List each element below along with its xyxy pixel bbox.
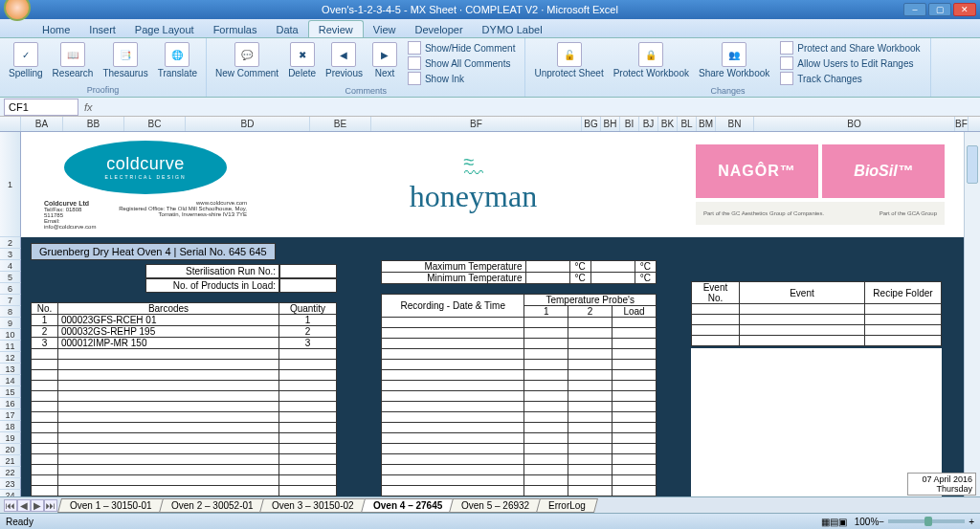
previous-button[interactable]: ◀Previous [323, 40, 366, 86]
unprotect-sheet-button[interactable]: 🔓Unprotect Sheet [531, 40, 606, 86]
sheet-tab[interactable]: Oven 2 – 30052-01 [159, 498, 266, 513]
ribbon: ✓Spelling 📖Research 📑Thesaurus 🌐Translat… [0, 38, 980, 98]
group-changes: Changes [710, 86, 745, 96]
view-layout-icon[interactable]: ▤ [830, 517, 838, 527]
biosil-logo: BioSil™ [822, 144, 945, 198]
new-comment-button[interactable]: 💬New Comment [212, 40, 281, 86]
tab-data[interactable]: Data [266, 21, 307, 37]
table-row [382, 475, 657, 486]
table-row [32, 423, 337, 433]
table-row [32, 433, 337, 444]
table-row [382, 349, 657, 360]
show-hide-comment[interactable]: Show/Hide Comment [404, 40, 519, 55]
fx-icon[interactable]: fx [78, 101, 99, 113]
table-row [32, 444, 337, 454]
spelling-button[interactable]: ✓Spelling [6, 40, 46, 80]
table-row [32, 486, 337, 496]
tab-nav-prev[interactable]: ◀ [17, 499, 31, 512]
table-row [382, 423, 657, 433]
share-workbook-button[interactable]: 👥Share Workbook [696, 40, 772, 86]
table-row [382, 433, 657, 444]
table-row[interactable]: 2000032GS-REHP 1952 [32, 326, 337, 338]
status-ready: Ready [6, 517, 33, 527]
sheet-tab[interactable]: Oven 5 – 26932 [449, 498, 542, 513]
tab-page-layout[interactable]: Page Layout [125, 21, 204, 37]
thesaurus-button[interactable]: 📑Thesaurus [100, 40, 150, 80]
tab-developer[interactable]: Developer [405, 21, 472, 37]
show-all-comments[interactable]: Show All Comments [404, 55, 519, 71]
view-normal-icon[interactable]: ▦ [821, 517, 830, 527]
tab-insert[interactable]: Insert [79, 21, 125, 37]
tab-formulas[interactable]: Formulas [204, 21, 267, 37]
ster-run-value[interactable] [279, 264, 337, 278]
tab-nav-next[interactable]: ▶ [31, 499, 44, 512]
table-row [382, 402, 657, 412]
table-row [382, 465, 657, 475]
window-title: Oven's-1-2-3-4-5 - MX Sheet · COMPLEAT V… [322, 4, 618, 15]
sheet-tab[interactable]: ErrorLog [536, 498, 598, 513]
table-row [32, 402, 337, 412]
next-button[interactable]: ▶Next [369, 40, 400, 86]
sheet-tab[interactable]: Oven 1 – 30150-01 [57, 498, 165, 513]
table-row [382, 486, 657, 496]
table-row [382, 391, 657, 402]
table-row [382, 370, 657, 381]
table-row[interactable]: 1000023GFS-RCEH 011 [32, 315, 337, 326]
coldcurve-logo: coldcurve ELECTRICAL DESIGN Coldcurve Lt… [40, 141, 251, 230]
table-row[interactable]: 3000012IMP-MR 1503 [32, 338, 337, 349]
row-headers: 1234567891011121314151617181920212223242… [0, 132, 21, 513]
office-button[interactable] [4, 0, 31, 21]
table-row [382, 328, 657, 339]
tab-nav-last[interactable]: ⏭ [44, 499, 57, 512]
form-area: Gruenberg Dry Heat Oven 4 | Serial No. 6… [21, 237, 964, 513]
tab-nav-first[interactable]: ⏮ [4, 499, 17, 512]
zoom-level[interactable]: 100% [855, 517, 880, 527]
tab-dymo[interactable]: DYMO Label [473, 21, 552, 37]
recording-table: Recording - Date & TimeTemperature Probe… [381, 294, 657, 513]
delete-button[interactable]: ✖Delete [285, 40, 319, 86]
sheet-tab[interactable]: Oven 3 – 30150-02 [259, 498, 367, 513]
tab-review[interactable]: Review [308, 20, 364, 37]
translate-button[interactable]: 🌐Translate [155, 40, 200, 80]
table-row [32, 391, 337, 402]
maximize-button[interactable]: ▢ [928, 3, 951, 16]
minimize-button[interactable]: – [903, 3, 926, 16]
table-row [32, 412, 337, 423]
close-button[interactable]: ✕ [953, 3, 976, 16]
worksheet[interactable]: BA BB BC BD BE BF BG BH BI BJ BK BL BM B… [0, 117, 980, 513]
table-row [32, 360, 337, 370]
table-row [692, 315, 942, 325]
sheet-tabs: ⏮ ◀ ▶ ⏭ Oven 1 – 30150-01 Oven 2 – 30052… [0, 496, 980, 513]
table-row [382, 318, 657, 328]
zoom-slider[interactable] [888, 519, 965, 523]
sheet-tab[interactable]: Oven 4 – 27645 [361, 498, 455, 513]
protect-workbook-button[interactable]: 🔒Protect Workbook [611, 40, 692, 86]
table-row [692, 336, 942, 346]
honeyman-logo: ≈〰 honeyman [270, 156, 677, 214]
nagor-logo: NAGÔR™ [696, 144, 818, 198]
protect-share-workbook[interactable]: Protect and Share Workbook [776, 40, 924, 55]
allow-edit-ranges[interactable]: Allow Users to Edit Ranges [776, 55, 924, 71]
tab-view[interactable]: View [364, 21, 406, 37]
prod-load-value[interactable] [279, 278, 337, 293]
group-proofing: Proofing [87, 85, 120, 95]
view-break-icon[interactable]: ▣ [838, 517, 847, 527]
track-changes[interactable]: Track Changes [776, 71, 924, 86]
zoom-in[interactable]: + [969, 517, 974, 527]
formula-bar: fx [0, 98, 980, 117]
table-row [32, 381, 337, 391]
table-row [32, 454, 337, 465]
tab-home[interactable]: Home [33, 21, 79, 37]
show-ink[interactable]: Show Ink [404, 71, 519, 86]
vertical-scrollbar[interactable] [964, 132, 980, 496]
zoom-out[interactable]: − [879, 517, 884, 527]
ribbon-tabs: Home Insert Page Layout Formulas Data Re… [0, 19, 980, 38]
ster-run-label: Sterilisation Run No.: [145, 264, 279, 278]
table-row [382, 339, 657, 349]
table-row [382, 360, 657, 370]
logo-banner: coldcurve ELECTRICAL DESIGN Coldcurve Lt… [21, 132, 964, 237]
name-box[interactable] [4, 99, 78, 116]
titlebar: Oven's-1-2-3-4-5 - MX Sheet · COMPLEAT V… [0, 0, 980, 19]
table-row [32, 370, 337, 381]
research-button[interactable]: 📖Research [50, 40, 97, 80]
